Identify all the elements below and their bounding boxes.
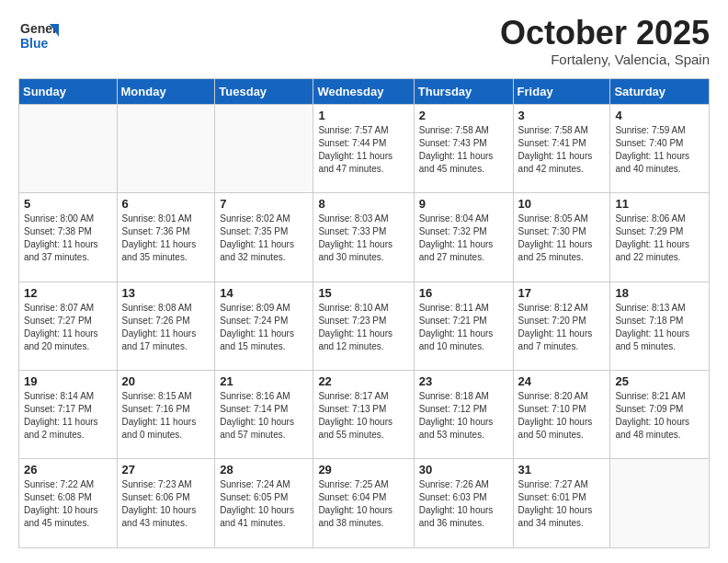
day-number: 14 <box>220 286 308 300</box>
logo: General Blue <box>18 15 59 55</box>
calendar-table: SundayMondayTuesdayWednesdayThursdayFrid… <box>18 78 710 548</box>
day-info: Sunrise: 8:17 AM Sunset: 7:13 PM Dayligh… <box>318 390 408 442</box>
day-info: Sunrise: 8:16 AM Sunset: 7:14 PM Dayligh… <box>220 390 308 442</box>
calendar-cell: 3Sunrise: 7:58 AM Sunset: 7:41 PM Daylig… <box>513 104 610 192</box>
day-info: Sunrise: 8:04 AM Sunset: 7:32 PM Dayligh… <box>419 213 508 264</box>
day-number: 30 <box>419 463 508 477</box>
day-info: Sunrise: 8:14 AM Sunset: 7:17 PM Dayligh… <box>24 390 112 442</box>
calendar-cell <box>610 459 710 548</box>
calendar-cell: 21Sunrise: 8:16 AM Sunset: 7:14 PM Dayli… <box>215 371 313 459</box>
calendar-cell: 9Sunrise: 8:04 AM Sunset: 7:32 PM Daylig… <box>414 193 513 282</box>
day-info: Sunrise: 8:00 AM Sunset: 7:38 PM Dayligh… <box>24 213 112 264</box>
day-number: 22 <box>318 374 408 388</box>
calendar-cell: 2Sunrise: 7:58 AM Sunset: 7:43 PM Daylig… <box>414 104 513 192</box>
day-number: 31 <box>518 463 606 477</box>
calendar-cell: 28Sunrise: 7:24 AM Sunset: 6:05 PM Dayli… <box>215 459 313 548</box>
day-number: 25 <box>615 374 704 388</box>
weekday-header-tuesday: Tuesday <box>215 78 313 104</box>
header: General Blue October 2025 Fortaleny, Val… <box>18 15 710 67</box>
day-info: Sunrise: 8:12 AM Sunset: 7:20 PM Dayligh… <box>518 302 606 353</box>
location: Fortaleny, Valencia, Spain <box>500 52 710 67</box>
day-number: 2 <box>419 109 508 122</box>
calendar-cell <box>19 104 118 192</box>
calendar-cell: 6Sunrise: 8:01 AM Sunset: 7:36 PM Daylig… <box>117 193 215 282</box>
day-number: 24 <box>518 374 606 388</box>
day-number: 23 <box>419 374 508 388</box>
calendar-week-3: 12Sunrise: 8:07 AM Sunset: 7:27 PM Dayli… <box>19 282 710 370</box>
day-info: Sunrise: 8:07 AM Sunset: 7:27 PM Dayligh… <box>24 302 112 353</box>
day-info: Sunrise: 8:21 AM Sunset: 7:09 PM Dayligh… <box>615 390 704 442</box>
day-info: Sunrise: 7:24 AM Sunset: 6:05 PM Dayligh… <box>220 478 308 530</box>
calendar-cell: 27Sunrise: 7:23 AM Sunset: 6:06 PM Dayli… <box>117 459 215 548</box>
day-info: Sunrise: 8:06 AM Sunset: 7:29 PM Dayligh… <box>615 213 704 264</box>
day-info: Sunrise: 7:27 AM Sunset: 6:01 PM Dayligh… <box>518 478 606 530</box>
month-title: October 2025 <box>500 15 710 52</box>
day-info: Sunrise: 8:18 AM Sunset: 7:12 PM Dayligh… <box>419 390 508 442</box>
day-number: 19 <box>24 374 112 388</box>
calendar-cell: 20Sunrise: 8:15 AM Sunset: 7:16 PM Dayli… <box>117 371 215 459</box>
day-number: 29 <box>318 463 408 477</box>
calendar-cell: 13Sunrise: 8:08 AM Sunset: 7:26 PM Dayli… <box>117 282 215 370</box>
day-info: Sunrise: 7:58 AM Sunset: 7:41 PM Dayligh… <box>518 124 606 176</box>
day-info: Sunrise: 8:13 AM Sunset: 7:18 PM Dayligh… <box>615 302 704 353</box>
day-number: 5 <box>24 197 112 211</box>
calendar-cell: 5Sunrise: 8:00 AM Sunset: 7:38 PM Daylig… <box>19 193 118 282</box>
calendar-cell: 4Sunrise: 7:59 AM Sunset: 7:40 PM Daylig… <box>610 104 710 192</box>
day-info: Sunrise: 8:08 AM Sunset: 7:26 PM Dayligh… <box>122 302 210 353</box>
calendar-cell: 17Sunrise: 8:12 AM Sunset: 7:20 PM Dayli… <box>513 282 610 370</box>
weekday-header-thursday: Thursday <box>414 78 513 104</box>
day-number: 1 <box>318 109 408 122</box>
calendar-cell: 10Sunrise: 8:05 AM Sunset: 7:30 PM Dayli… <box>513 193 610 282</box>
calendar-week-2: 5Sunrise: 8:00 AM Sunset: 7:38 PM Daylig… <box>19 193 710 282</box>
weekday-header-wednesday: Wednesday <box>313 78 414 104</box>
day-info: Sunrise: 7:26 AM Sunset: 6:03 PM Dayligh… <box>419 478 508 530</box>
day-number: 13 <box>122 286 210 300</box>
day-number: 17 <box>518 286 606 300</box>
day-number: 26 <box>24 463 112 477</box>
calendar-cell: 31Sunrise: 7:27 AM Sunset: 6:01 PM Dayli… <box>513 459 610 548</box>
calendar-cell <box>117 104 215 192</box>
calendar-cell: 18Sunrise: 8:13 AM Sunset: 7:18 PM Dayli… <box>610 282 710 370</box>
day-info: Sunrise: 8:15 AM Sunset: 7:16 PM Dayligh… <box>122 390 210 442</box>
page: General Blue October 2025 Fortaleny, Val… <box>0 0 728 563</box>
day-number: 16 <box>419 286 508 300</box>
day-number: 15 <box>318 286 408 300</box>
calendar-cell: 12Sunrise: 8:07 AM Sunset: 7:27 PM Dayli… <box>19 282 118 370</box>
day-number: 27 <box>122 463 210 477</box>
calendar-week-4: 19Sunrise: 8:14 AM Sunset: 7:17 PM Dayli… <box>19 371 710 459</box>
calendar-cell: 8Sunrise: 8:03 AM Sunset: 7:33 PM Daylig… <box>313 193 414 282</box>
day-number: 6 <box>122 197 210 211</box>
day-info: Sunrise: 7:57 AM Sunset: 7:44 PM Dayligh… <box>318 124 408 176</box>
day-info: Sunrise: 8:09 AM Sunset: 7:24 PM Dayligh… <box>220 302 308 353</box>
svg-text:Blue: Blue <box>20 36 49 51</box>
day-number: 9 <box>419 197 508 211</box>
calendar-cell: 19Sunrise: 8:14 AM Sunset: 7:17 PM Dayli… <box>19 371 118 459</box>
calendar-cell: 22Sunrise: 8:17 AM Sunset: 7:13 PM Dayli… <box>313 371 414 459</box>
calendar-cell: 15Sunrise: 8:10 AM Sunset: 7:23 PM Dayli… <box>313 282 414 370</box>
calendar-cell: 16Sunrise: 8:11 AM Sunset: 7:21 PM Dayli… <box>414 282 513 370</box>
day-info: Sunrise: 7:58 AM Sunset: 7:43 PM Dayligh… <box>419 124 508 176</box>
day-number: 28 <box>220 463 308 477</box>
day-number: 12 <box>24 286 112 300</box>
logo-icon: General Blue <box>18 15 59 55</box>
calendar-week-5: 26Sunrise: 7:22 AM Sunset: 6:08 PM Dayli… <box>19 459 710 548</box>
calendar-cell: 24Sunrise: 8:20 AM Sunset: 7:10 PM Dayli… <box>513 371 610 459</box>
day-info: Sunrise: 8:10 AM Sunset: 7:23 PM Dayligh… <box>318 302 408 353</box>
calendar-cell: 1Sunrise: 7:57 AM Sunset: 7:44 PM Daylig… <box>313 104 414 192</box>
day-info: Sunrise: 8:03 AM Sunset: 7:33 PM Dayligh… <box>318 213 408 264</box>
calendar-cell: 23Sunrise: 8:18 AM Sunset: 7:12 PM Dayli… <box>414 371 513 459</box>
day-number: 20 <box>122 374 210 388</box>
calendar-cell: 7Sunrise: 8:02 AM Sunset: 7:35 PM Daylig… <box>215 193 313 282</box>
day-info: Sunrise: 7:22 AM Sunset: 6:08 PM Dayligh… <box>24 478 112 530</box>
day-info: Sunrise: 8:11 AM Sunset: 7:21 PM Dayligh… <box>419 302 508 353</box>
day-info: Sunrise: 8:02 AM Sunset: 7:35 PM Dayligh… <box>220 213 308 264</box>
day-number: 10 <box>518 197 606 211</box>
day-number: 4 <box>615 109 704 122</box>
calendar-cell <box>215 104 313 192</box>
calendar-cell: 29Sunrise: 7:25 AM Sunset: 6:04 PM Dayli… <box>313 459 414 548</box>
calendar-cell: 11Sunrise: 8:06 AM Sunset: 7:29 PM Dayli… <box>610 193 710 282</box>
day-number: 18 <box>615 286 704 300</box>
title-block: October 2025 Fortaleny, Valencia, Spain <box>500 15 710 67</box>
calendar-cell: 14Sunrise: 8:09 AM Sunset: 7:24 PM Dayli… <box>215 282 313 370</box>
calendar-cell: 25Sunrise: 8:21 AM Sunset: 7:09 PM Dayli… <box>610 371 710 459</box>
